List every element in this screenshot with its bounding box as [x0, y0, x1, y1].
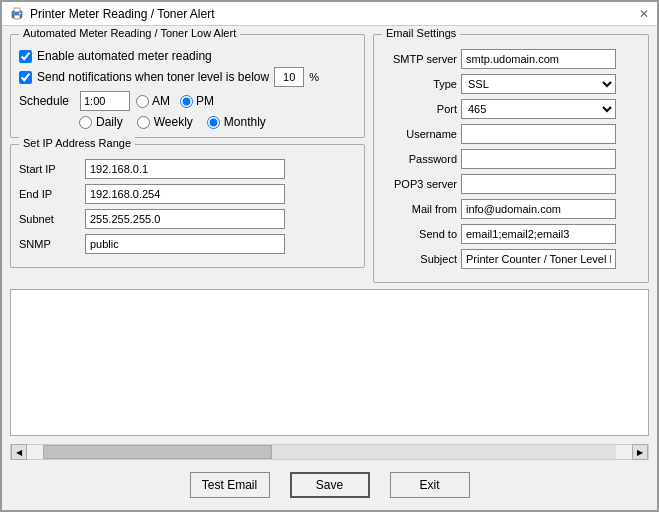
username-row: Username: [382, 124, 640, 144]
start-ip-label: Start IP: [19, 163, 79, 175]
svg-rect-2: [14, 15, 20, 19]
email-group-title: Email Settings: [382, 27, 460, 39]
subject-input[interactable]: [461, 249, 616, 269]
scroll-left-button[interactable]: ◀: [11, 444, 27, 460]
subnet-row: Subnet: [19, 209, 356, 229]
subnet-input[interactable]: [85, 209, 285, 229]
toner-notify-row: Send notifications when toner level is b…: [19, 67, 356, 87]
horizontal-scrollbar[interactable]: ◀ ▶: [10, 444, 649, 460]
am-pm-row: AM PM: [136, 94, 214, 108]
start-ip-row: Start IP: [19, 159, 356, 179]
preview-area: [10, 289, 649, 436]
smtp-row: SMTP server: [382, 49, 640, 69]
snmp-label: SNMP: [19, 238, 79, 250]
top-panels: Automated Meter Reading / Toner Low Aler…: [10, 34, 649, 283]
password-label: Password: [382, 153, 457, 165]
enable-meter-row: Enable automated meter reading: [19, 49, 356, 63]
email-group: Email Settings SMTP server Type SSL TLS …: [373, 34, 649, 283]
port-label: Port: [382, 103, 457, 115]
port-row: Port 465 587 25: [382, 99, 640, 119]
weekly-radio-label: Weekly: [137, 115, 193, 129]
password-input[interactable]: [461, 149, 616, 169]
frequency-radio-group: Daily Weekly Monthly: [79, 115, 356, 129]
subnet-label: Subnet: [19, 213, 79, 225]
time-input[interactable]: [80, 91, 130, 111]
username-input[interactable]: [461, 124, 616, 144]
left-panel: Automated Meter Reading / Toner Low Aler…: [10, 34, 365, 283]
automated-group: Automated Meter Reading / Toner Low Aler…: [10, 34, 365, 138]
monthly-radio-label: Monthly: [207, 115, 266, 129]
smtp-label: SMTP server: [382, 53, 457, 65]
port-select[interactable]: 465 587 25: [461, 99, 616, 119]
password-row: Password: [382, 149, 640, 169]
close-button[interactable]: ✕: [639, 7, 649, 21]
toner-value-input[interactable]: [274, 67, 304, 87]
toner-notify-checkbox[interactable]: [19, 71, 32, 84]
ip-group: Set IP Address Range Start IP End IP Sub…: [10, 144, 365, 268]
start-ip-input[interactable]: [85, 159, 285, 179]
enable-meter-label: Enable automated meter reading: [37, 49, 212, 63]
snmp-input[interactable]: [85, 234, 285, 254]
scrollbar-track: [43, 445, 616, 459]
type-label: Type: [382, 78, 457, 90]
end-ip-input[interactable]: [85, 184, 285, 204]
enable-meter-checkbox[interactable]: [19, 50, 32, 63]
am-radio[interactable]: [136, 95, 149, 108]
main-window: Printer Meter Reading / Toner Alert ✕ Au…: [0, 0, 659, 512]
sendto-label: Send to: [382, 228, 457, 240]
automated-group-title: Automated Meter Reading / Toner Low Aler…: [19, 27, 240, 39]
subject-row: Subject: [382, 249, 640, 269]
printer-icon: [10, 7, 24, 21]
schedule-label: Schedule: [19, 94, 74, 108]
pm-radio[interactable]: [180, 95, 193, 108]
sendto-row: Send to: [382, 224, 640, 244]
pop3-row: POP3 server: [382, 174, 640, 194]
scroll-right-button[interactable]: ▶: [632, 444, 648, 460]
daily-radio[interactable]: [79, 116, 92, 129]
pm-radio-label: PM: [180, 94, 214, 108]
ip-group-title: Set IP Address Range: [19, 137, 135, 149]
weekly-radio[interactable]: [137, 116, 150, 129]
title-bar: Printer Meter Reading / Toner Alert ✕: [2, 2, 657, 26]
sendto-input[interactable]: [461, 224, 616, 244]
percent-label: %: [309, 71, 319, 83]
test-email-button[interactable]: Test Email: [190, 472, 270, 498]
am-radio-label: AM: [136, 94, 170, 108]
exit-button[interactable]: Exit: [390, 472, 470, 498]
svg-rect-1: [14, 8, 20, 12]
type-row: Type SSL TLS None: [382, 74, 640, 94]
smtp-input[interactable]: [461, 49, 616, 69]
window-content: Automated Meter Reading / Toner Low Aler…: [2, 26, 657, 510]
save-button[interactable]: Save: [290, 472, 370, 498]
pop3-input[interactable]: [461, 174, 616, 194]
type-select[interactable]: SSL TLS None: [461, 74, 616, 94]
subject-label: Subject: [382, 253, 457, 265]
pop3-label: POP3 server: [382, 178, 457, 190]
end-ip-label: End IP: [19, 188, 79, 200]
username-label: Username: [382, 128, 457, 140]
daily-radio-label: Daily: [79, 115, 123, 129]
mailfrom-input[interactable]: [461, 199, 616, 219]
scrollbar-thumb[interactable]: [43, 445, 272, 459]
snmp-row: SNMP: [19, 234, 356, 254]
schedule-row: Schedule AM PM: [19, 91, 356, 111]
mailfrom-row: Mail from: [382, 199, 640, 219]
window-title: Printer Meter Reading / Toner Alert: [30, 7, 215, 21]
right-panel: Email Settings SMTP server Type SSL TLS …: [373, 34, 649, 283]
footer: Test Email Save Exit: [10, 466, 649, 502]
toner-notify-label: Send notifications when toner level is b…: [37, 70, 269, 84]
end-ip-row: End IP: [19, 184, 356, 204]
svg-point-3: [19, 12, 21, 14]
monthly-radio[interactable]: [207, 116, 220, 129]
title-bar-left: Printer Meter Reading / Toner Alert: [10, 7, 215, 21]
mailfrom-label: Mail from: [382, 203, 457, 215]
